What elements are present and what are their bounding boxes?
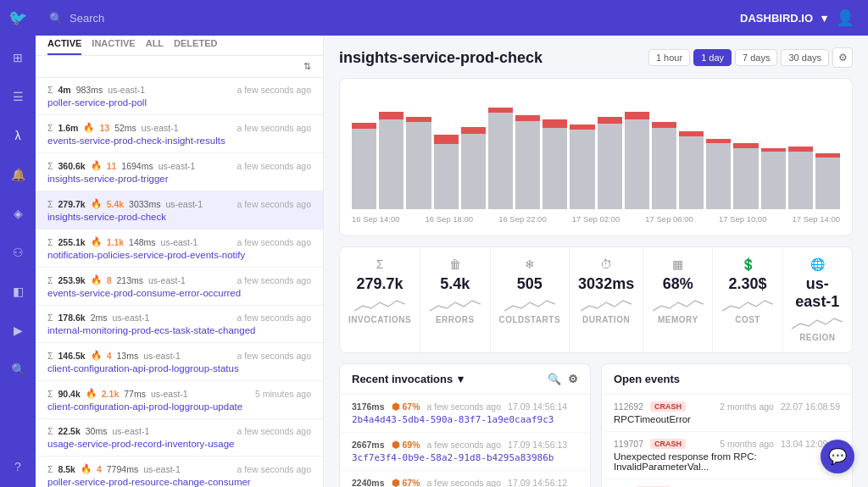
search-nav-icon[interactable]: 🔍 xyxy=(6,357,30,381)
chart-label-0: 16 Sep 14:00 xyxy=(352,214,400,224)
events-panel-header: Open events xyxy=(602,364,852,395)
chat-button[interactable]: 💬 xyxy=(821,440,854,473)
chart-bar-group xyxy=(515,115,540,209)
alert-nav-icon[interactable]: 🔔 xyxy=(6,163,30,186)
event-time-ago: 5 months ago xyxy=(720,439,774,449)
settings-gear-button[interactable]: ⚙ xyxy=(832,47,853,68)
bar-main xyxy=(406,122,431,209)
chart-label-2: 16 Sep 22:00 xyxy=(498,214,547,224)
function-list: Σ 4m 983ms us-east-1 a few seconds ago p… xyxy=(36,78,323,487)
stat-value: 2.30$ xyxy=(729,275,767,293)
bar-error xyxy=(598,117,622,124)
grid-nav-icon[interactable]: ⊞ xyxy=(6,46,30,69)
stat-value: 68% xyxy=(663,275,693,293)
event-item[interactable]: 112692 CRASH 2 months ago 22.07 16:08:59… xyxy=(602,395,852,432)
layers-nav-icon[interactable]: ◧ xyxy=(6,279,30,303)
stat-label: ERRORS xyxy=(436,315,475,324)
invocation-item[interactable]: 3176ms ⬢ 67% a few seconds ago 17.09 14:… xyxy=(340,395,590,433)
help-nav-icon[interactable]: ? xyxy=(6,455,30,479)
function-list-item[interactable]: Σ 360.6k 🔥11 1694ms us-east-1 a few seco… xyxy=(36,153,323,191)
stat-icon: ❄ xyxy=(525,257,535,271)
time-1day[interactable]: 1 day xyxy=(693,49,732,66)
bar-main xyxy=(815,158,840,209)
stat-item: 🌐 us-east-1 REGION xyxy=(783,247,852,352)
invocation-item[interactable]: 2667ms ⬢ 69% a few seconds ago 17.09 14:… xyxy=(340,433,590,471)
lambda-nav-icon[interactable]: λ xyxy=(6,124,30,147)
bar-main xyxy=(652,128,676,209)
bar-error xyxy=(625,112,649,119)
stat-icon: ▦ xyxy=(672,257,683,271)
sidebar: Functions ACTIVE INACTIVE ALL DELETED ⇅ … xyxy=(36,0,324,487)
stat-value: 505 xyxy=(517,275,542,293)
chart-bars xyxy=(352,91,840,209)
function-list-item[interactable]: Σ 8.5k 🔥4 7794ms us-east-1 a few seconds… xyxy=(36,457,323,487)
invocations-panel: Recent invocations ▾ 🔍 ⚙ 3176ms ⬢ 67% a … xyxy=(339,363,591,487)
invocation-item[interactable]: 2240ms ⬢ 67% a few seconds ago 17.09 14:… xyxy=(340,471,590,487)
invocations-panel-header: Recent invocations ▾ 🔍 ⚙ xyxy=(340,364,590,395)
chart-label-4: 17 Sep 06:00 xyxy=(645,214,693,224)
page-title: insights-service-prod-check xyxy=(339,49,542,67)
chevron-down-icon[interactable]: ▾ xyxy=(458,373,464,385)
search-placeholder[interactable]: Search xyxy=(70,12,104,25)
function-list-item[interactable]: Σ 4m 983ms us-east-1 a few seconds ago p… xyxy=(36,78,323,115)
stat-sparkline xyxy=(430,296,481,313)
function-list-item[interactable]: Σ 178.6k 2ms us-east-1 a few seconds ago… xyxy=(36,306,323,343)
bar-main xyxy=(461,134,486,209)
search-invocations-icon[interactable]: 🔍 xyxy=(548,373,561,385)
bar-main xyxy=(542,128,567,209)
tab-inactive[interactable]: INACTIVE xyxy=(92,38,135,55)
lightbulb-nav-icon[interactable]: ◈ xyxy=(6,202,30,225)
org-name[interactable]: DASHBIRD.IO xyxy=(740,12,813,25)
stat-sparkline xyxy=(354,296,405,313)
user-avatar-icon[interactable]: 👤 xyxy=(836,8,854,27)
events-title: Open events xyxy=(614,373,680,385)
stat-item: ❄ 505 COLDSTARTS xyxy=(491,247,570,352)
time-1hour[interactable]: 1 hour xyxy=(648,49,690,66)
stat-icon: 🌐 xyxy=(810,257,825,271)
function-list-item[interactable]: Σ 253.9k 🔥8 213ms us-east-1 a few second… xyxy=(36,268,323,306)
tab-deleted[interactable]: DELETED xyxy=(174,38,217,55)
inv-hash[interactable]: 3cf7e3f4-0b9e-58a2-91d8-b4295a83986b xyxy=(352,452,578,463)
chevron-down-icon[interactable]: ▾ xyxy=(821,12,827,25)
bar-main xyxy=(515,121,540,209)
event-item[interactable]: 179 CRASH 4 months ago 16.05 17:07:48 Er… xyxy=(602,479,852,487)
people-nav-icon[interactable]: ⚇ xyxy=(6,241,30,264)
chart-label-3: 17 Sep 02:00 xyxy=(572,214,620,224)
function-list-item[interactable]: Σ 146.5k 🔥4 13ms us-east-1 a few seconds… xyxy=(36,343,323,381)
bar-main xyxy=(379,119,403,209)
chart-bar-group xyxy=(434,135,459,209)
app-logo[interactable]: 🐦 xyxy=(8,8,27,27)
stat-label: DURATION xyxy=(582,315,630,324)
function-list-item[interactable]: Σ 279.7k 🔥5.4k 3033ms us-east-1 a few se… xyxy=(36,191,323,230)
function-list-item[interactable]: Σ 90.4k 🔥2.1k 77ms us-east-1 5 minutes a… xyxy=(36,381,323,419)
filter-icon[interactable]: ⇅ xyxy=(303,61,311,72)
chart-label-6: 17 Sep 14:00 xyxy=(792,214,840,224)
list-nav-icon[interactable]: ☰ xyxy=(6,85,30,108)
chart-bar-group xyxy=(706,139,731,209)
bar-main xyxy=(679,136,704,209)
event-item[interactable]: 119707 CRASH 5 months ago 13.04 12:09:07… xyxy=(602,432,852,479)
chart-label-1: 16 Sep 18:00 xyxy=(426,214,474,224)
stat-icon: 🗑 xyxy=(449,257,461,271)
bar-error xyxy=(434,135,459,144)
bar-error xyxy=(515,115,540,121)
inv-timestamp: 17.09 14:56:13 xyxy=(508,440,567,450)
function-list-item[interactable]: Σ 1.6m 🔥13 52ms us-east-1 a few seconds … xyxy=(36,115,323,153)
main-header: insights-service-prod-check 1 hour 1 day… xyxy=(339,47,853,68)
chart-label-5: 17 Sep 10:00 xyxy=(719,214,767,224)
stat-sparkline xyxy=(504,296,555,313)
bar-main xyxy=(733,148,758,209)
main-content: insights-service-prod-check 1 hour 1 day… xyxy=(324,0,868,487)
time-7days[interactable]: 7 days xyxy=(735,49,777,66)
stat-sparkline xyxy=(792,313,843,330)
bar-main xyxy=(706,143,731,209)
time-30days[interactable]: 30 days xyxy=(781,49,829,66)
tab-all[interactable]: ALL xyxy=(146,38,164,55)
play-nav-icon[interactable]: ▶ xyxy=(6,318,30,342)
function-list-item[interactable]: Σ 22.5k 30ms us-east-1 a few seconds ago… xyxy=(36,419,323,457)
tab-active[interactable]: ACTIVE xyxy=(47,38,81,55)
event-title: Unexpected response from RPC: InvalidPar… xyxy=(614,451,840,472)
inv-hash[interactable]: 2b4a4d43-5db4-590a-83f7-1a9e0caaf9c3 xyxy=(352,414,578,425)
function-list-item[interactable]: Σ 255.1k 🔥1.1k 148ms us-east-1 a few sec… xyxy=(36,230,323,268)
settings-invocations-icon[interactable]: ⚙ xyxy=(568,373,578,385)
